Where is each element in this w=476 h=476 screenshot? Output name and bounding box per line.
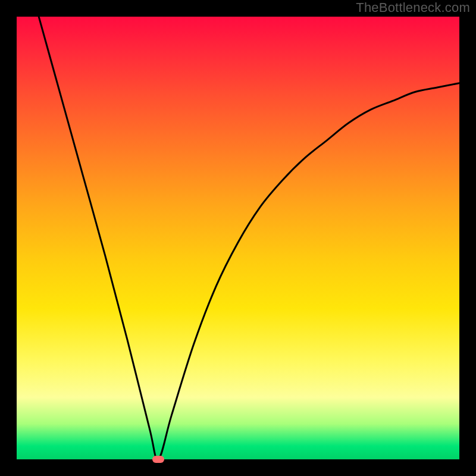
- watermark-text: TheBottleneck.com: [356, 0, 470, 15]
- chart-frame: TheBottleneck.com: [0, 0, 476, 476]
- plot-area: [17, 17, 459, 459]
- minimum-marker: [152, 456, 164, 463]
- bottleneck-curve: [17, 17, 459, 459]
